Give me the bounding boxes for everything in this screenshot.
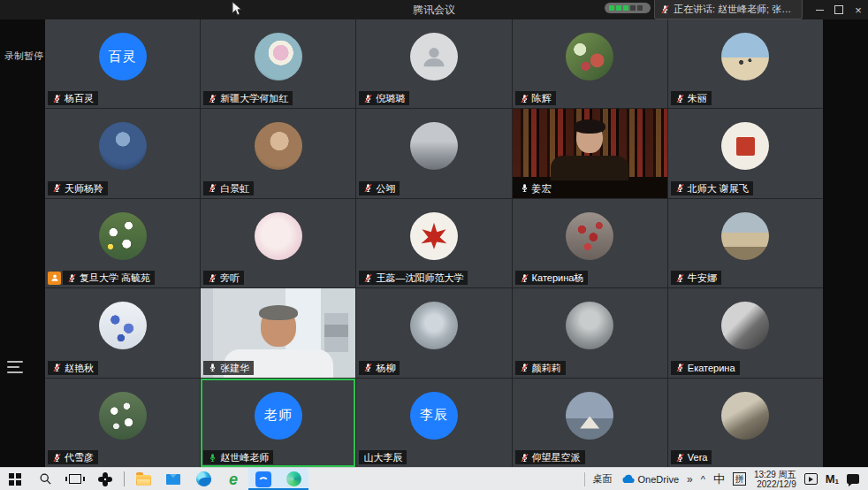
mic-muted-icon [675, 183, 685, 193]
participant-name-label: 公翊 [359, 181, 400, 195]
clock-time: 13:29 周五 [754, 470, 796, 479]
avatar [255, 122, 302, 170]
speaking-notification[interactable]: 正在讲话: 赵世峰老师; 张建华... [654, 0, 803, 19]
participant-tile[interactable]: 北师大 谢展飞 [668, 109, 823, 197]
participant-name-text: 山大李辰 [363, 451, 402, 463]
participant-tile[interactable]: 陈辉 [513, 19, 667, 108]
participant-tile[interactable]: 复旦大学 高毓苑 [45, 199, 200, 287]
participant-name-label: 旁听 [203, 271, 244, 285]
participant-tile[interactable]: Катерина杨 [513, 199, 667, 287]
participant-tile[interactable]: 张建华 [201, 288, 355, 377]
participant-tile[interactable]: 赵艳秋 [45, 288, 200, 377]
participant-name-text: 赵艳秋 [65, 362, 94, 374]
edge-button[interactable] [188, 468, 218, 490]
participant-name-label: 赵艳秋 [48, 361, 98, 375]
pinwheel-app-icon [98, 472, 112, 486]
desktop-toolbar-label[interactable]: 桌面 [593, 472, 613, 486]
start-button[interactable] [0, 468, 30, 490]
tray-separator [584, 472, 585, 486]
mic-muted-icon [67, 273, 77, 283]
participant-label-row: 牛安娜 [671, 271, 721, 285]
participant-tile[interactable]: Vera [668, 379, 823, 467]
window-titlebar: 腾讯会议 正在讲话: 赵世峰老师; 张建华... × [0, 0, 868, 19]
mic-speaking-icon [208, 453, 217, 463]
file-explorer-button[interactable] [128, 468, 158, 490]
participant-tile[interactable]: 颜莉莉 [513, 288, 667, 377]
participant-tile[interactable]: 倪璐璐 [356, 19, 511, 108]
participant-tile[interactable]: 白景虹 [201, 109, 355, 197]
participant-name-label: 复旦大学 高毓苑 [63, 271, 155, 285]
participant-tile[interactable]: 李辰山大李辰 [356, 379, 511, 467]
participant-tile[interactable]: 牛安娜 [668, 199, 823, 287]
participant-label-row: 杨百灵 [48, 91, 98, 105]
avatar [410, 302, 458, 349]
media-player-tray-icon[interactable] [804, 473, 818, 485]
participant-label-row: 北师大 谢展飞 [671, 181, 753, 195]
avatar: 李辰 [410, 392, 458, 440]
participant-tile[interactable]: 公翊 [356, 109, 511, 197]
search-button[interactable] [30, 468, 60, 490]
recording-status-label: 录制暂停 [4, 50, 43, 63]
participant-name-label: 北师大 谢展飞 [671, 181, 753, 195]
participant-name-label: 王蕊—沈阳师范大学 [359, 271, 468, 285]
participant-tile[interactable]: 王蕊—沈阳师范大学 [356, 199, 511, 287]
ime-language-indicator[interactable]: 中 [713, 471, 725, 487]
mic-muted-icon [363, 273, 373, 283]
show-hidden-icons-button[interactable]: ^ [701, 474, 705, 485]
avatar: 老师 [255, 392, 302, 440]
participant-label-row: 旁听 [203, 271, 244, 285]
participant-tile[interactable]: 天师杨羚 [45, 109, 200, 197]
internet-explorer-button[interactable]: e [218, 468, 248, 490]
participant-tile[interactable]: 仰望星空派 [513, 379, 667, 467]
windows-taskbar: e 桌面 OneDrive » ^ 中 拼 13:29 周五 2022/12/9 [0, 467, 868, 490]
participant-name-text: 牛安娜 [688, 272, 717, 284]
participant-name-text: 新疆大学何加红 [220, 92, 288, 104]
taskbar-clock[interactable]: 13:29 周五 2022/12/9 [754, 470, 796, 489]
participant-tile[interactable]: 老师 赵世峰老师 [201, 379, 355, 467]
meeting-tray-icon[interactable]: M1 [826, 472, 839, 486]
avatar [255, 33, 302, 80]
participant-tile[interactable]: 杨柳 [356, 288, 511, 377]
participant-label-row: 天师杨羚 [48, 181, 108, 195]
avatar [566, 302, 613, 349]
participant-tile[interactable]: 百灵 杨百灵 [45, 19, 200, 108]
view-list-toggle-icon[interactable] [7, 361, 23, 373]
participant-tile[interactable]: 代雪彦 [45, 379, 200, 467]
participant-tile[interactable]: 朱丽 [668, 19, 823, 108]
participant-label-row: 山大李辰 [359, 450, 407, 464]
participant-name-label: 仰望星空派 [515, 450, 585, 464]
file-explorer-icon [136, 475, 151, 486]
participant-tile[interactable]: Екатерина [668, 288, 823, 377]
participant-tile[interactable]: 旁听 [201, 199, 355, 287]
meeting-stage: 录制暂停 百灵 杨百灵 新疆大学何加红 倪璐璐 陈辉 朱丽 天师杨羚 白景虹 公… [0, 19, 868, 467]
participant-name-text: 颜莉莉 [532, 362, 561, 374]
taskbar-separator [124, 471, 125, 486]
minimize-button[interactable] [810, 0, 829, 19]
participant-name-label: 新疆大学何加红 [203, 91, 293, 105]
tencent-meeting-button[interactable] [248, 468, 278, 490]
participant-tile[interactable]: 姜宏 [513, 109, 667, 197]
toolbar-overflow-chevron[interactable]: » [687, 473, 693, 486]
maximize-button[interactable] [829, 0, 849, 19]
participant-name-text: Екатерина [688, 362, 735, 374]
avatar [566, 33, 613, 80]
mic-muted-icon [675, 363, 685, 372]
maximize-icon [834, 5, 843, 14]
system-tray: 桌面 OneDrive » ^ 中 拼 13:29 周五 2022/12/9 M… [584, 468, 868, 490]
close-button[interactable]: × [849, 0, 868, 19]
task-view-icon [69, 474, 81, 484]
tencent-docs-button[interactable] [278, 468, 308, 490]
mic-muted-icon [52, 363, 62, 372]
pinwheel-app-button[interactable] [90, 468, 120, 490]
ime-pinyin-indicator[interactable]: 拼 [733, 472, 746, 486]
avatar [99, 212, 147, 260]
participant-tile[interactable]: 新疆大学何加红 [201, 19, 355, 108]
onedrive-tray-item[interactable]: OneDrive [621, 474, 679, 485]
participant-label-row: 赵艳秋 [48, 361, 98, 375]
notification-center-icon[interactable] [847, 474, 859, 484]
mail-button[interactable] [158, 468, 188, 490]
participant-label-row: 张建华 [203, 361, 254, 375]
speaker-volume-meter [605, 3, 651, 13]
task-view-button[interactable] [60, 468, 90, 490]
avatar [721, 212, 769, 260]
